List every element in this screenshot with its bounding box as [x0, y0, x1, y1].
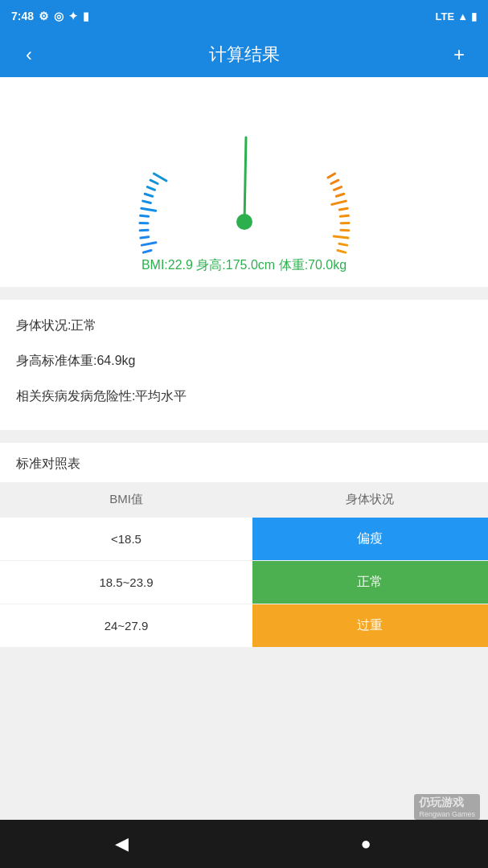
bmi-table: BMI值 身体状况 <18.5偏瘦18.5~23.9正常24~27.9过重 [0, 482, 488, 647]
status-cell: 正常 [252, 561, 488, 604]
nav-home-button[interactable]: ● [346, 824, 386, 864]
add-button[interactable]: + [443, 39, 475, 71]
svg-line-56 [336, 194, 344, 196]
svg-line-53 [340, 215, 348, 216]
nav-back-button[interactable]: ◀ [102, 824, 142, 864]
bmi-info: BMI:22.9 身高:175.0cm 体重:70.0kg [141, 257, 347, 274]
battery-icon: ▮ [83, 10, 89, 23]
svg-line-3 [145, 194, 153, 196]
svg-line-0 [154, 174, 166, 181]
bmi-value-cell: <18.5 [0, 518, 252, 561]
col-status-header: 身体状况 [252, 482, 488, 518]
svg-line-51 [340, 230, 348, 231]
gauge-container [108, 93, 381, 254]
divider-2 [0, 430, 488, 436]
watermark-text: Rengwan Games [419, 810, 475, 818]
status-left: 7:48 ⚙ ◎ ✦ ▮ [11, 10, 89, 23]
svg-line-55 [331, 201, 346, 204]
svg-line-1 [150, 180, 158, 183]
svg-line-58 [330, 180, 338, 183]
svg-line-50 [334, 236, 348, 238]
table-row: 24~27.9过重 [0, 604, 488, 648]
bmi-value-cell: 24~27.9 [0, 604, 252, 648]
gauge-svg [108, 93, 381, 254]
bluetooth-icon: ✦ [68, 10, 78, 23]
svg-line-54 [339, 208, 347, 210]
svg-line-6 [140, 215, 148, 216]
standard-weight-row: 身高标准体重:64.9kg [16, 351, 472, 371]
table-row: <18.5偏瘦 [0, 518, 488, 561]
status-bar: 7:48 ⚙ ◎ ✦ ▮ LTE ▲ ▮ [0, 0, 488, 32]
settings-icon: ⚙ [39, 10, 49, 23]
back-icon: ‹ [26, 43, 32, 66]
bmi-value-cell: 18.5~23.9 [0, 561, 252, 604]
network-label: LTE [436, 10, 455, 23]
status-cell: 过重 [252, 604, 488, 648]
back-button[interactable]: ‹ [13, 39, 45, 71]
table-header: BMI值 身体状况 [0, 482, 488, 518]
location-icon: ◎ [54, 10, 64, 23]
signal-icon: ▲ [457, 10, 468, 23]
app-bar: ‹ 计算结果 + [0, 32, 488, 77]
svg-line-48 [338, 251, 346, 253]
svg-line-5 [141, 208, 155, 211]
svg-line-49 [338, 244, 347, 245]
nav-home-icon: ● [361, 833, 371, 854]
svg-line-57 [334, 187, 341, 190]
table-body: <18.5偏瘦18.5~23.9正常24~27.9过重 [0, 518, 488, 648]
add-icon: + [453, 43, 465, 66]
disease-risk-row: 相关疾病发病危险性:平均水平 [16, 387, 472, 406]
gauge-needle [244, 137, 246, 222]
svg-line-4 [142, 201, 150, 203]
nav-back-icon: ◀ [115, 833, 129, 854]
wifi-icon: ▮ [471, 10, 477, 23]
page-title: 计算结果 [209, 43, 280, 67]
svg-line-11 [143, 251, 151, 253]
watermark-icon: 仍玩游戏 [419, 796, 475, 810]
bottom-nav: ◀ ● [0, 820, 488, 868]
body-status-row: 身体状况:正常 [16, 316, 472, 335]
divider-1 [0, 287, 488, 293]
table-section: 标准对照表 BMI值 身体状况 <18.5偏瘦18.5~23.9正常24~27.… [0, 443, 488, 647]
svg-line-10 [141, 243, 156, 245]
bottom-spacer [0, 647, 488, 702]
svg-line-8 [140, 230, 148, 231]
table-header-row: BMI值 身体状况 [0, 482, 488, 518]
gauge-section: BMI:22.9 身高:175.0cm 体重:70.0kg [0, 77, 488, 287]
info-section: 身体状况:正常 身高标准体重:64.9kg 相关疾病发病危险性:平均水平 [0, 300, 488, 430]
status-right: LTE ▲ ▮ [436, 10, 477, 23]
svg-line-9 [140, 237, 148, 238]
col-bmi-header: BMI值 [0, 482, 252, 518]
svg-line-59 [327, 174, 334, 178]
status-cell: 偏瘦 [252, 518, 488, 561]
time-display: 7:48 [11, 10, 34, 23]
watermark: 仍玩游戏 Rengwan Games [414, 794, 480, 820]
svg-line-2 [147, 187, 154, 190]
table-title: 标准对照表 [0, 443, 488, 482]
table-row: 18.5~23.9正常 [0, 561, 488, 604]
